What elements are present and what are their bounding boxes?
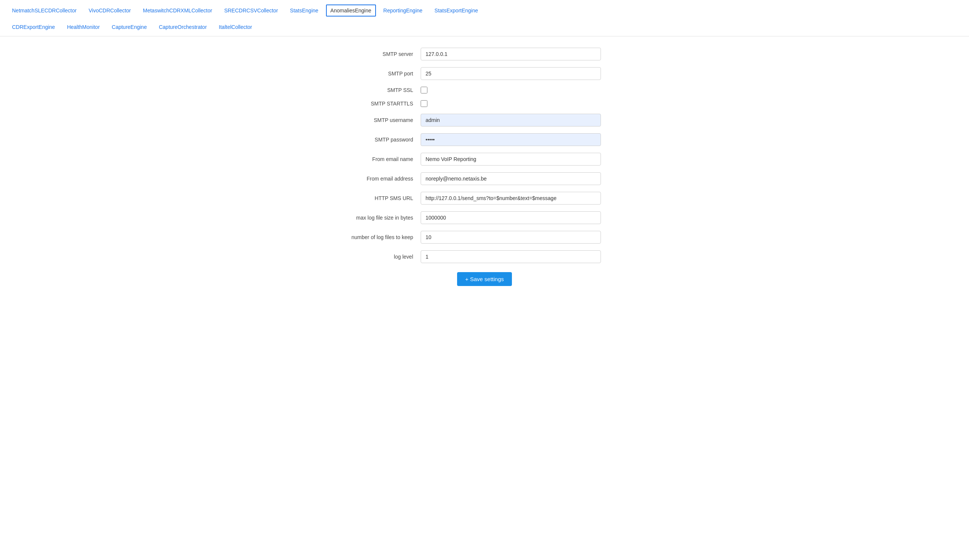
form-row-smtp-password: SMTP password bbox=[323, 133, 646, 146]
input-smtp-username[interactable] bbox=[421, 114, 601, 126]
input-smtp-password[interactable] bbox=[421, 133, 601, 146]
form-row-smtp-username: SMTP username bbox=[323, 114, 646, 126]
form-row-from-email-address: From email address bbox=[323, 172, 646, 185]
input-smtp-server[interactable] bbox=[421, 48, 601, 60]
form-row-smtp-server: SMTP server bbox=[323, 48, 646, 60]
nav-item-anomaliesengine[interactable]: AnomaliesEngine bbox=[326, 5, 376, 17]
input-max-log-file-size[interactable] bbox=[421, 211, 601, 224]
nav-item-cdrexportengine[interactable]: CDRExportEngine bbox=[8, 21, 59, 33]
nav-item-srecdrcsvcollector[interactable]: SRECDRCSVCollector bbox=[220, 5, 283, 17]
input-smtp-starttls[interactable] bbox=[421, 100, 428, 107]
nav-item-italtelcollector[interactable]: ItaltelCollector bbox=[215, 21, 257, 33]
label-http-sms-url: HTTP SMS URL bbox=[323, 195, 421, 201]
label-from-email-name: From email name bbox=[323, 156, 421, 162]
input-smtp-port[interactable] bbox=[421, 67, 601, 80]
label-max-log-file-size: max log file size in bytes bbox=[323, 215, 421, 221]
form-row-http-sms-url: HTTP SMS URL bbox=[323, 192, 646, 204]
input-from-email-address[interactable] bbox=[421, 172, 601, 185]
nav-item-healthmonitor[interactable]: HealthMonitor bbox=[62, 21, 104, 33]
input-log-level[interactable] bbox=[421, 250, 601, 263]
nav-item-statsengine[interactable]: StatsEngine bbox=[285, 5, 323, 17]
input-smtp-ssl[interactable] bbox=[421, 87, 428, 93]
label-smtp-starttls: SMTP STARTTLS bbox=[323, 101, 421, 106]
main-content: SMTP serverSMTP portSMTP SSLSMTP STARTTL… bbox=[315, 37, 654, 301]
label-smtp-ssl: SMTP SSL bbox=[323, 87, 421, 93]
save-button[interactable]: + Save settings bbox=[457, 272, 512, 286]
input-from-email-name[interactable] bbox=[421, 153, 601, 166]
input-http-sms-url[interactable] bbox=[421, 192, 601, 204]
label-from-email-address: From email address bbox=[323, 176, 421, 182]
form-row-num-log-files: number of log files to keep bbox=[323, 231, 646, 244]
form-row-max-log-file-size: max log file size in bytes bbox=[323, 211, 646, 224]
settings-form: SMTP serverSMTP portSMTP SSLSMTP STARTTL… bbox=[323, 48, 646, 263]
label-smtp-server: SMTP server bbox=[323, 51, 421, 57]
form-row-log-level: log level bbox=[323, 250, 646, 263]
label-smtp-port: SMTP port bbox=[323, 71, 421, 76]
nav-item-captureengine[interactable]: CaptureEngine bbox=[107, 21, 152, 33]
nav-item-captureorchestrator[interactable]: CaptureOrchestrator bbox=[154, 21, 211, 33]
label-log-level: log level bbox=[323, 254, 421, 260]
nav-item-metaswitchcdrxmlcollector[interactable]: MetaswitchCDRXMLCollector bbox=[138, 5, 217, 17]
nav-item-netmatchslecdrcollector[interactable]: NetmatchSLECDRCollector bbox=[8, 5, 81, 17]
input-num-log-files[interactable] bbox=[421, 231, 601, 244]
nav-item-reportingengine[interactable]: ReportingEngine bbox=[379, 5, 427, 17]
nav-item-statsexportengine[interactable]: StatsExportEngine bbox=[430, 5, 483, 17]
nav-row-1: NetmatchSLECDRCollectorVivoCDRCollectorM… bbox=[8, 5, 961, 20]
label-smtp-username: SMTP username bbox=[323, 117, 421, 123]
form-row-smtp-starttls: SMTP STARTTLS bbox=[323, 100, 646, 107]
form-row-smtp-ssl: SMTP SSL bbox=[323, 87, 646, 93]
form-row-from-email-name: From email name bbox=[323, 153, 646, 166]
nav-row-2: CDRExportEngineHealthMonitorCaptureEngin… bbox=[8, 21, 961, 36]
button-row: + Save settings bbox=[323, 272, 646, 286]
label-num-log-files: number of log files to keep bbox=[323, 234, 421, 240]
nav-item-vivocdrcollector[interactable]: VivoCDRCollector bbox=[84, 5, 136, 17]
label-smtp-password: SMTP password bbox=[323, 136, 421, 143]
nav-bar: NetmatchSLECDRCollectorVivoCDRCollectorM… bbox=[0, 0, 969, 37]
form-row-smtp-port: SMTP port bbox=[323, 67, 646, 80]
